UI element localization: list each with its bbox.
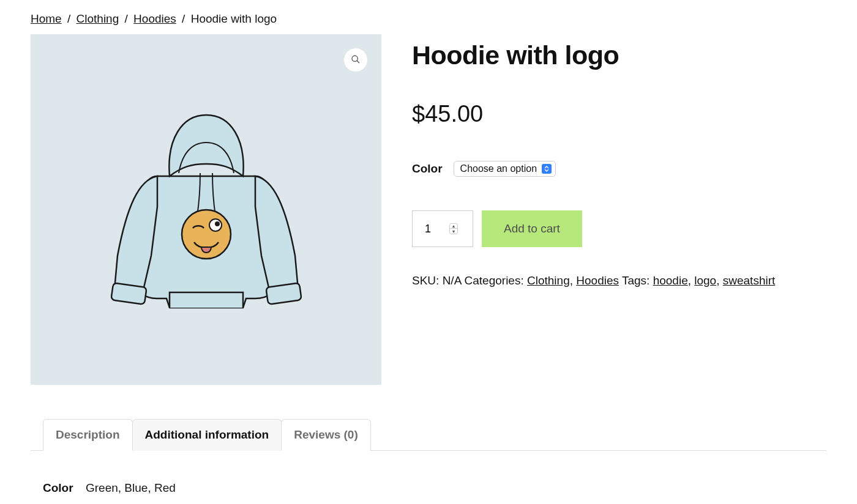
product-tabs: Description Additional information Revie…	[31, 418, 826, 495]
magnifier-icon	[351, 54, 361, 66]
attribute-color-values: Green, Blue, Red	[86, 481, 176, 495]
meta-comma: ,	[688, 274, 695, 287]
variation-color-label: Color	[412, 162, 443, 176]
breadcrumb-hoodies[interactable]: Hoodies	[133, 12, 176, 25]
tab-content-additional: Color Green, Blue, Red	[31, 451, 826, 495]
svg-point-6	[215, 221, 220, 226]
sku-value: N/A	[443, 274, 462, 287]
color-select-value: Choose an option	[460, 163, 537, 174]
tab-description[interactable]: Description	[43, 419, 133, 451]
breadcrumb-sep: /	[125, 12, 128, 25]
hoodie-illustration	[108, 97, 304, 323]
categories-label: Categories:	[465, 274, 524, 287]
breadcrumb-sep: /	[182, 12, 185, 25]
product-summary: Hoodie with logo $45.00 Color Choose an …	[412, 34, 826, 385]
svg-rect-2	[111, 283, 146, 304]
breadcrumb-home[interactable]: Home	[31, 12, 62, 25]
quantity-down-icon[interactable]: ▼	[450, 229, 457, 234]
select-chevrons-icon	[542, 164, 552, 174]
breadcrumb-sep: /	[67, 12, 70, 25]
color-select[interactable]: Choose an option	[454, 161, 556, 177]
meta-comma: ,	[570, 274, 577, 287]
product-meta: SKU: N/A Categories: Clothing, Hoodies T…	[412, 272, 826, 290]
breadcrumb-current: Hoodie with logo	[191, 12, 277, 25]
svg-rect-3	[266, 283, 301, 304]
tab-additional-information[interactable]: Additional information	[132, 419, 282, 451]
attribute-color-row: Color Green, Blue, Red	[43, 481, 814, 495]
tag-sweatshirt-link[interactable]: sweatshirt	[723, 274, 776, 287]
svg-line-1	[357, 61, 359, 63]
tag-hoodie-link[interactable]: hoodie	[653, 274, 688, 287]
tab-reviews[interactable]: Reviews (0)	[281, 419, 371, 451]
tags-label: Tags:	[622, 274, 649, 287]
attribute-color-label: Color	[43, 481, 77, 495]
quantity-input[interactable]	[425, 223, 449, 235]
sku-label: SKU:	[412, 274, 439, 287]
tag-logo-link[interactable]: logo	[694, 274, 716, 287]
breadcrumb-clothing[interactable]: Clothing	[77, 12, 119, 25]
svg-point-0	[352, 56, 357, 61]
quantity-arrows[interactable]: ▲ ▼	[449, 223, 458, 234]
variation-color-row: Color Choose an option	[412, 161, 826, 177]
category-hoodies-link[interactable]: Hoodies	[576, 274, 619, 287]
product-title: Hoodie with logo	[412, 40, 826, 70]
add-to-cart-button[interactable]: Add to cart	[482, 210, 582, 247]
breadcrumb: Home / Clothing / Hoodies / Hoodie with …	[31, 12, 826, 26]
quantity-stepper[interactable]: ▲ ▼	[412, 210, 473, 247]
product-image[interactable]	[31, 34, 381, 385]
category-clothing-link[interactable]: Clothing	[527, 274, 570, 287]
product-price: $45.00	[412, 101, 826, 127]
quantity-up-icon[interactable]: ▲	[450, 224, 457, 229]
zoom-button[interactable]	[343, 48, 368, 72]
meta-comma: ,	[716, 274, 723, 287]
